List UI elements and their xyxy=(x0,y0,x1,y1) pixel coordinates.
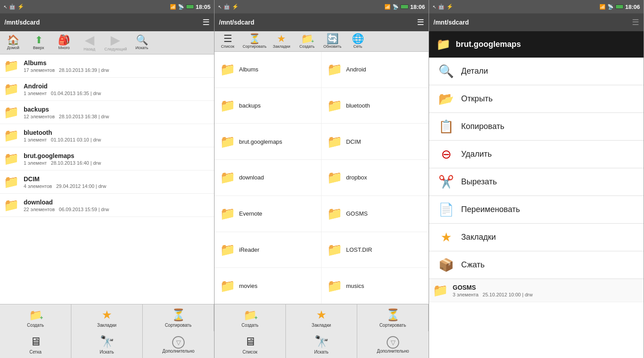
left-time: 18:05 xyxy=(196,4,211,10)
left-back-btn[interactable]: ◀ Назад xyxy=(77,33,102,52)
left-file-list: 📁 Albums 17 элементов 28.10.2013 16:39 |… xyxy=(0,54,214,304)
usb-icon: ⚡ xyxy=(446,4,453,10)
left-find-btn[interactable]: 🔭 Искать xyxy=(71,331,143,358)
file-meta: 3 элемента 25.10.2012 10:00 | drw xyxy=(453,292,640,297)
folder-icon: 📁 xyxy=(327,98,343,113)
context-folder-icon: 📁 xyxy=(436,37,450,51)
grid-item[interactable]: 📁 DCIM xyxy=(322,124,429,160)
mid-refresh-btn[interactable]: 🔄 Обновить xyxy=(320,33,345,50)
list-item[interactable]: 📁 Albums 17 элементов 28.10.2013 16:39 |… xyxy=(0,54,214,78)
context-bookmarks-item[interactable]: ★ Закладки xyxy=(429,224,644,251)
context-delete-label: Удалить xyxy=(461,150,492,159)
grid-item[interactable]: 📁 backups xyxy=(215,88,322,124)
wifi-icon: 📶 xyxy=(170,4,176,10)
left-multi-btn[interactable]: 🎒 Много xyxy=(52,34,76,51)
grid-item[interactable]: 📁 bluetooth xyxy=(322,88,429,124)
grid-item[interactable]: 📁 dropbox xyxy=(322,160,429,196)
left-more-btn[interactable]: ▽ Дополнительно xyxy=(143,331,214,358)
android-icon: 🤖 xyxy=(438,4,445,10)
mid-bookmarks-btn[interactable]: ★ Закладки xyxy=(269,33,294,50)
right-time: 18:06 xyxy=(625,4,640,10)
folder-icon: 📁 xyxy=(220,98,235,113)
grid-item[interactable]: 📁 musics xyxy=(322,268,429,304)
file-name: Android xyxy=(24,83,211,90)
battery-icon xyxy=(615,4,623,9)
list-item[interactable]: 📁 brut.googlemaps 1 элемент 28.10.2013 1… xyxy=(0,147,214,171)
usb-icon: ⚡ xyxy=(17,4,24,10)
wifi-icon: 📶 xyxy=(599,4,606,10)
mid-bookmarks-bottom-btn[interactable]: ★ Закладки xyxy=(286,304,357,331)
list-item[interactable]: 📁 DCIM 4 элементов 29.04.2012 14:00 | dr… xyxy=(0,171,214,194)
list-item[interactable]: 📁 download 22 элементов 06.09.2013 15:59… xyxy=(0,194,214,217)
folder-icon: 📁 xyxy=(220,206,235,221)
grid-item[interactable]: 📁 LOST.DIR xyxy=(322,232,429,268)
context-compress-item[interactable]: 📦 Сжать xyxy=(429,251,644,279)
grid-file-name: LOST.DIR xyxy=(346,246,372,253)
left-grid-btn[interactable]: 🖥 Сетка xyxy=(0,331,71,358)
left-toolbar: 🏠 Домой ⬆ Вверх 🎒 Много ◀ Назад ▶ Следую… xyxy=(0,31,214,54)
list-icon: ☰ xyxy=(223,34,232,44)
mid-header: /mnt/sdcard ☰ xyxy=(215,13,429,31)
grid-item[interactable]: 📁 Android xyxy=(322,52,429,88)
left-status-icons: ↖ 🤖 ⚡ xyxy=(4,4,24,10)
grid-item[interactable]: 📁 movies xyxy=(215,268,322,304)
mid-net-btn[interactable]: 🌐 Сеть xyxy=(346,33,370,50)
list-item[interactable]: 📁 GOSMS 3 элемента 25.10.2012 10:00 | dr… xyxy=(429,279,644,302)
mid-create-btn[interactable]: 📁+ Создать xyxy=(295,33,319,50)
context-details-item[interactable]: 🔍 Детали xyxy=(429,58,644,85)
context-open-item[interactable]: 📂 Открыть xyxy=(429,85,644,113)
grid-item[interactable]: 📁 iReader xyxy=(215,232,322,268)
context-rename-item[interactable]: 📄 Переименовать xyxy=(429,196,644,224)
grid-file-name: GOSMS xyxy=(346,210,367,217)
star-icon: ★ xyxy=(277,34,286,44)
list-item[interactable]: 📁 Android 1 элемент 01.04.2013 16:35 | d… xyxy=(0,78,214,101)
left-home-btn[interactable]: 🏠 Домой xyxy=(1,34,25,51)
signal-icon: 📡 xyxy=(178,4,184,10)
grid-item[interactable]: 📁 Albums xyxy=(215,52,322,88)
left-create-btn[interactable]: 📁+ Создать xyxy=(0,304,71,331)
binoculars-icon: 🔭 xyxy=(314,335,329,349)
right-status-icons: ↖ 🤖 ⚡ xyxy=(433,4,453,10)
context-details-label: Детали xyxy=(461,67,488,76)
left-forward-btn[interactable]: ▶ Следующий xyxy=(103,33,129,52)
context-open-label: Открыть xyxy=(461,94,493,104)
grid-item[interactable]: 📁 brut.googlemaps xyxy=(215,124,322,160)
mid-more-bottom-btn[interactable]: ▽ Дополнительно xyxy=(357,331,429,358)
mid-create-bottom-btn[interactable]: 📁+ Создать xyxy=(215,304,286,331)
file-meta: 22 элементов 06.09.2013 15:59 | drw xyxy=(24,207,211,212)
grid-item[interactable]: 📁 GOSMS xyxy=(322,196,429,232)
folder-icon: 📁 xyxy=(220,279,235,293)
context-delete-item[interactable]: ⊖ Удалить xyxy=(429,141,644,168)
left-menu-icon[interactable]: ☰ xyxy=(202,17,210,27)
context-cut-item[interactable]: ✂️ Вырезать xyxy=(429,168,644,196)
back-icon: ◀ xyxy=(85,34,95,46)
list-item[interactable]: 📁 bluetooth 1 элемент 01.10.2011 03:10 |… xyxy=(0,124,214,147)
grid-file-name: bluetooth xyxy=(346,102,370,109)
mid-search-bottom-btn[interactable]: 🔭 Искать xyxy=(286,331,357,358)
left-up-btn[interactable]: ⬆ Вверх xyxy=(26,34,51,51)
android-icon: 🤖 xyxy=(9,4,16,10)
grid-file-name: musics xyxy=(346,283,364,289)
left-sort-btn[interactable]: ⏳ Сортировать xyxy=(143,304,214,331)
monitor-icon: 🖥 xyxy=(30,335,41,349)
mid-list-bottom-btn[interactable]: 🖥 Список xyxy=(215,331,286,358)
mid-list-btn[interactable]: ☰ Список xyxy=(215,33,240,50)
context-copy-item[interactable]: 📋 Копировать xyxy=(429,113,644,141)
left-bookmarks-btn[interactable]: ★ Закладки xyxy=(71,304,143,331)
grid-item[interactable]: 📁 Evernote xyxy=(215,196,322,232)
file-name: backups xyxy=(24,106,211,113)
context-menu-title: brut.googlemaps xyxy=(456,40,521,49)
mid-sort-btn[interactable]: ⏳ Сортировать xyxy=(241,33,268,50)
left-search-btn[interactable]: 🔍 Искать xyxy=(130,34,154,51)
mid-menu-icon[interactable]: ☰ xyxy=(417,17,424,27)
grid-item[interactable]: 📁 download xyxy=(215,160,322,196)
create-folder-icon: 📁+ xyxy=(29,308,42,322)
left-path: /mnt/sdcard xyxy=(4,19,40,26)
file-meta: 4 элементов 29.04.2012 14:00 | drw xyxy=(24,183,211,189)
folder-icon: 📁 xyxy=(4,58,19,73)
list-item[interactable]: 📁 backups 12 элементов 28.10.2013 16:38 … xyxy=(0,101,214,124)
right-menu-icon[interactable]: ☰ xyxy=(632,17,639,27)
right-status-bar: ↖ 🤖 ⚡ 📶 📡 18:06 xyxy=(429,0,644,13)
grid-file-name: Android xyxy=(346,66,366,73)
mid-sort-bottom-btn[interactable]: ⏳ Сортировать xyxy=(357,304,429,331)
